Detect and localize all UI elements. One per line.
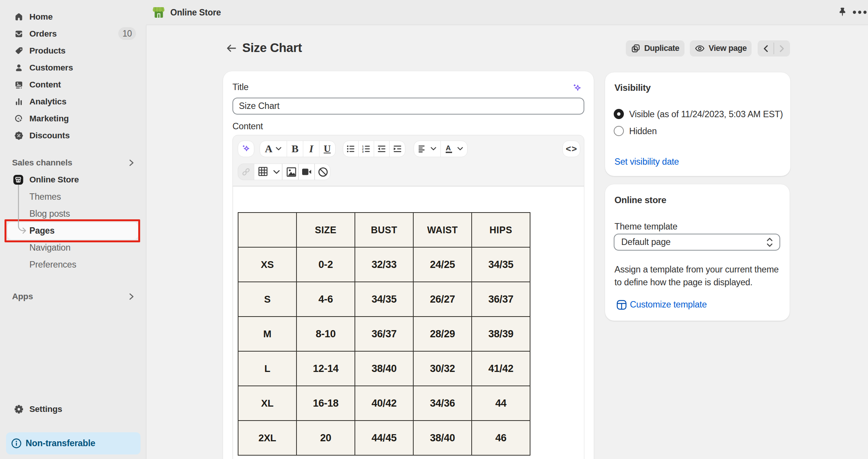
svg-text:A: A xyxy=(446,144,451,152)
svg-text:3: 3 xyxy=(362,150,364,153)
